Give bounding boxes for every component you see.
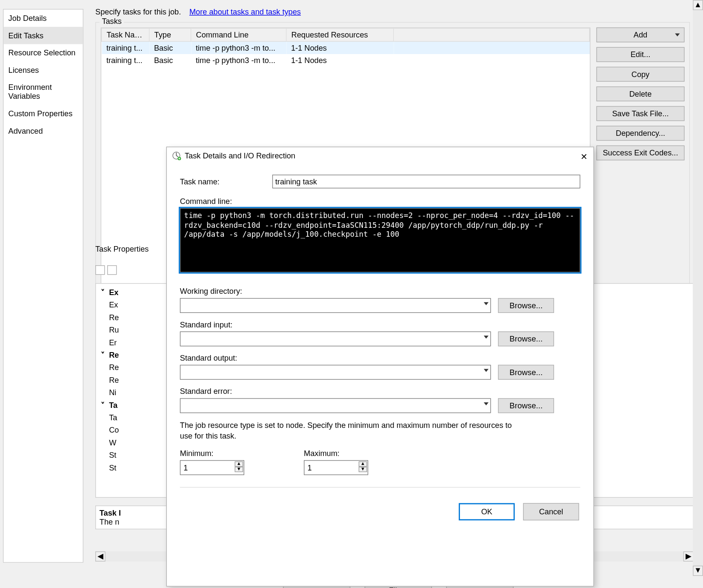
col-type[interactable]: Type xyxy=(149,29,191,42)
stderr-browse-button[interactable]: Browse... xyxy=(498,398,554,413)
add-button[interactable]: Add xyxy=(596,27,684,42)
working-dir-browse-button[interactable]: Browse... xyxy=(498,298,554,313)
minimum-label: Minimum: xyxy=(180,449,244,458)
working-dir-input[interactable] xyxy=(180,298,491,313)
spin-down-icon[interactable]: ▼ xyxy=(359,467,367,473)
edit-button[interactable]: Edit... xyxy=(596,47,684,62)
scroll-left-icon[interactable]: ◀ xyxy=(95,551,106,562)
icon-bar xyxy=(95,265,117,275)
col-command-line[interactable]: Command Line xyxy=(191,29,286,42)
save-task-file-button[interactable]: Save Task File... xyxy=(596,106,684,121)
sidebar-item-licenses[interactable]: Licenses xyxy=(3,61,83,79)
categorize-icon[interactable] xyxy=(95,265,105,275)
dialog-titlebar: Task Details and I/O Redirection ✕ xyxy=(167,147,593,164)
spin-down-icon[interactable]: ▼ xyxy=(235,467,243,473)
task-details-dialog: Task Details and I/O Redirection ✕ Task … xyxy=(166,146,594,586)
sidebar: Job Details Edit Tasks Resource Selectio… xyxy=(3,9,83,563)
task-icon xyxy=(171,151,181,160)
stdin-input[interactable] xyxy=(180,331,491,346)
cancel-button[interactable]: Cancel xyxy=(523,503,579,521)
success-exit-codes-button[interactable]: Success Exit Codes... xyxy=(596,146,684,161)
delete-button[interactable]: Delete xyxy=(596,86,684,101)
sidebar-item-job-details[interactable]: Job Details xyxy=(3,9,83,27)
task-properties-label: Task Properties xyxy=(95,244,149,253)
sidebar-item-resource-selection[interactable]: Resource Selection xyxy=(3,44,83,62)
stdout-input[interactable] xyxy=(180,365,491,380)
table-row[interactable]: training t... Basic time -p python3 -m t… xyxy=(102,41,590,54)
chevron-down-icon[interactable] xyxy=(484,336,489,338)
working-dir-label: Working directory: xyxy=(180,287,580,295)
resource-text: The job resource type is set to node. Sp… xyxy=(180,420,514,442)
scroll-down-icon[interactable]: ▼ xyxy=(693,566,703,576)
sidebar-item-env-vars[interactable]: Environment Variables xyxy=(3,79,83,105)
intro-link[interactable]: More about tasks and task types xyxy=(189,7,301,16)
dialog-title: Task Details and I/O Redirection xyxy=(185,151,295,160)
table-row[interactable]: training t... Basic time -p python3 -m t… xyxy=(102,54,590,66)
task-name-input[interactable] xyxy=(272,175,580,188)
sidebar-item-edit-tasks[interactable]: Edit Tasks xyxy=(3,27,83,44)
scroll-right-icon[interactable]: ▶ xyxy=(683,551,694,562)
sidebar-item-advanced[interactable]: Advanced xyxy=(3,122,83,140)
maximum-label: Maximum: xyxy=(304,449,368,458)
col-empty xyxy=(394,29,590,42)
scroll-up-icon[interactable]: ▲ xyxy=(693,0,703,10)
command-line-label: Command line: xyxy=(180,197,580,206)
tasks-table[interactable]: Task Name Type Command Line Requested Re… xyxy=(101,28,590,67)
chevron-down-icon xyxy=(675,33,680,36)
ok-button[interactable]: OK xyxy=(459,503,515,521)
sidebar-item-custom-props[interactable]: Custom Properties xyxy=(3,105,83,122)
task-name-label: Task name: xyxy=(180,177,266,186)
stdout-browse-button[interactable]: Browse... xyxy=(498,365,554,380)
dependency-button[interactable]: Dependency... xyxy=(596,126,684,141)
intro: Specify tasks for this job. More about t… xyxy=(95,7,690,16)
chevron-down-icon[interactable] xyxy=(484,402,489,405)
stdin-browse-button[interactable]: Browse... xyxy=(498,331,554,346)
vertical-scrollbar[interactable]: ▲ ▼ xyxy=(693,0,703,576)
copy-button[interactable]: Copy xyxy=(596,67,684,82)
col-resources[interactable]: Requested Resources xyxy=(286,29,394,42)
intro-text: Specify tasks for this job. xyxy=(95,7,181,16)
chevron-down-icon[interactable] xyxy=(484,369,489,372)
alphabetize-icon[interactable] xyxy=(107,265,117,275)
stderr-label: Standard error: xyxy=(180,387,580,396)
command-line-input[interactable]: time -p python3 -m torch.distributed.run… xyxy=(180,208,580,272)
col-task-name[interactable]: Task Name xyxy=(102,29,149,42)
close-icon[interactable]: ✕ xyxy=(580,152,588,161)
stdout-label: Standard output: xyxy=(180,353,580,362)
chevron-down-icon[interactable] xyxy=(484,302,489,305)
stderr-input[interactable] xyxy=(180,398,491,413)
stdin-label: Standard input: xyxy=(180,320,580,329)
tasks-group-legend: Tasks xyxy=(100,17,124,26)
